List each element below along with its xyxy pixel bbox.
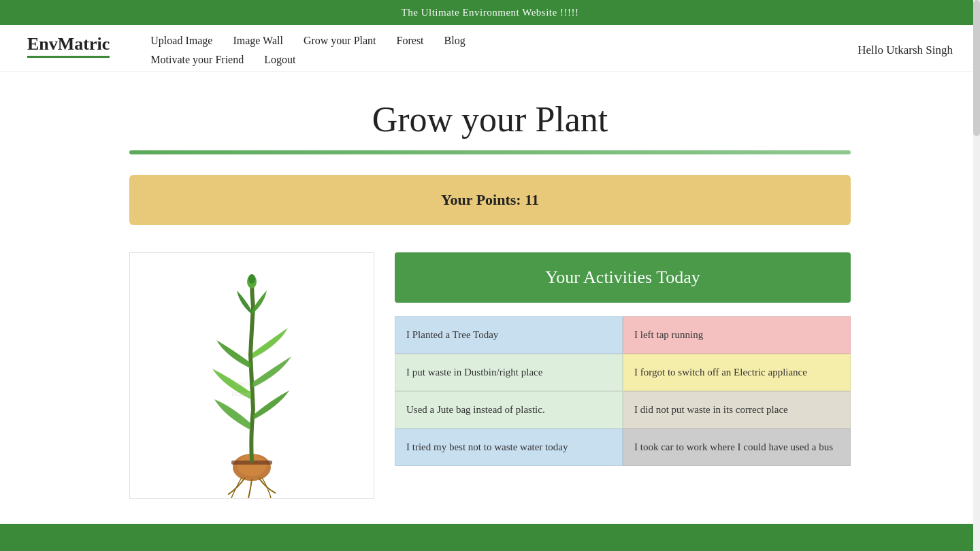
page-title: Grow your Plant [129, 99, 851, 139]
scrollbar-thumb[interactable] [973, 0, 980, 136]
logo[interactable]: EnvMatric [27, 35, 110, 58]
activity-text: I did not put waste in its correct place [634, 404, 788, 415]
activity-item[interactable]: I Planted a Tree Today [395, 316, 623, 354]
activity-item[interactable]: I left tap running [623, 316, 851, 354]
activities-header: Your Activities Today [395, 252, 851, 303]
activity-item[interactable]: I forgot to switch off an Electric appli… [623, 354, 851, 391]
footer [0, 524, 980, 539]
main-content: Grow your Plant Your Points: 11 [116, 72, 864, 539]
activity-item[interactable]: I took car to work where I could have us… [623, 429, 851, 466]
points-bar: Your Points: 11 [129, 175, 851, 225]
activity-text: I left tap running [634, 329, 703, 340]
nav-row-1: Upload Image Image Wall Grow your Plant … [150, 35, 858, 47]
nav-row-2: Motivate your Friend Logout [150, 54, 858, 66]
nav-logout[interactable]: Logout [264, 54, 295, 66]
activity-item[interactable]: Used a Jute bag instead of plastic. [395, 391, 623, 429]
header: EnvMatric Upload Image Image Wall Grow y… [0, 25, 980, 72]
svg-text:images: images [231, 390, 250, 397]
nav-upload-image[interactable]: Upload Image [150, 35, 212, 47]
hello-text: Hello Utkarsh Singh [858, 44, 953, 57]
plant-illustration: stock images [177, 267, 327, 484]
activity-text: I took car to work where I could have us… [634, 441, 833, 452]
scrollbar[interactable] [973, 0, 980, 539]
activity-item[interactable]: I did not put waste in its correct place [623, 391, 851, 429]
activity-text: I tried my best not to waste water today [406, 441, 568, 452]
svg-text:stock: stock [235, 379, 251, 387]
banner-text: The Ultimate Environment Website !!!!! [402, 7, 579, 18]
nav-grow-plant[interactable]: Grow your Plant [304, 35, 376, 47]
nav-image-wall[interactable]: Image Wall [233, 35, 283, 47]
activity-item[interactable]: I tried my best not to waste water today [395, 429, 623, 466]
top-banner: The Ultimate Environment Website !!!!! [0, 0, 980, 25]
nav-forest[interactable]: Forest [397, 35, 424, 47]
activities-grid: I Planted a Tree Today I left tap runnin… [395, 316, 851, 466]
nav-blog[interactable]: Blog [444, 35, 466, 47]
activity-text: I put waste in Dustbin/right place [406, 367, 542, 378]
activity-item[interactable]: I put waste in Dustbin/right place [395, 354, 623, 391]
content-area: stock images Your Activities Today I Pla… [129, 252, 851, 499]
activity-text: I forgot to switch off an Electric appli… [634, 367, 807, 378]
plant-image-box: stock images [129, 252, 374, 499]
svg-point-4 [248, 274, 255, 284]
title-underline [129, 150, 851, 154]
activity-text: Used a Jute bag instead of plastic. [406, 404, 545, 415]
activity-text: I Planted a Tree Today [406, 329, 498, 340]
navigation: Upload Image Image Wall Grow your Plant … [150, 35, 858, 66]
nav-motivate-friend[interactable]: Motivate your Friend [150, 54, 244, 66]
activities-panel: Your Activities Today I Planted a Tree T… [395, 252, 851, 466]
